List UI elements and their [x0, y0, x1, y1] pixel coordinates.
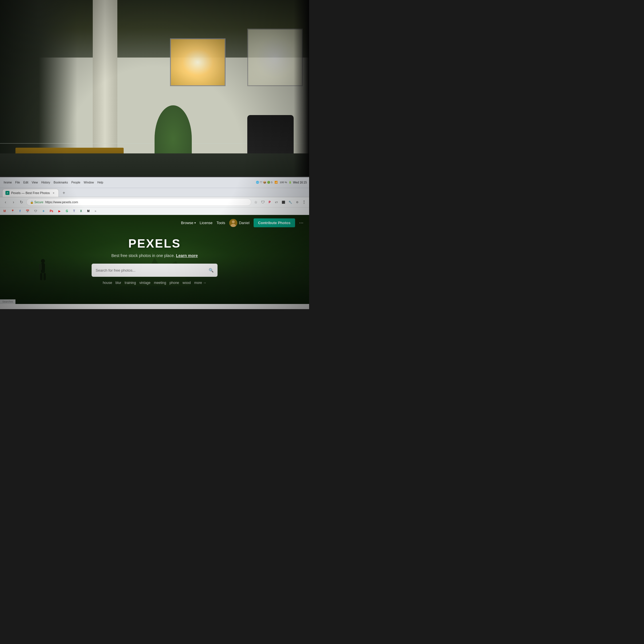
url-display: https://www.pexels.com — [45, 200, 78, 204]
tag-training[interactable]: training — [125, 281, 136, 285]
tag-wood[interactable]: wood — [183, 281, 191, 285]
menu-view[interactable]: View — [30, 180, 39, 185]
extension-icon-1[interactable]: 🏷 — [274, 199, 279, 205]
extension-icon-3[interactable]: 🔧 — [287, 199, 293, 205]
searches-label: Searches — [2, 300, 13, 303]
menu-edit[interactable]: Edit — [22, 180, 29, 185]
search-input[interactable] — [96, 268, 206, 272]
back-button[interactable]: ‹ — [2, 199, 9, 205]
forward-button[interactable]: › — [10, 199, 17, 205]
chrome-tabbar: P Pexels — Best Free Photos × + — [0, 188, 309, 197]
bookmark-youtube[interactable]: ▶ — [57, 209, 62, 213]
bookmark-excel[interactable]: X — [79, 209, 83, 213]
address-right-icons: ☆ 🛡 P 🏷 ⬛ 🔧 ⚙ ⋮ — [253, 199, 307, 205]
zoom-level: 100 % — [280, 181, 287, 184]
tag-blur[interactable]: blur — [116, 281, 121, 285]
user-menu[interactable]: Daniel — [229, 219, 250, 227]
bottom-statusbar: Searches — [0, 299, 15, 304]
system-icons: 🌐 🛡 📦 🟢 S 📶 100 % 🔋 Wed 16:15 — [256, 181, 307, 184]
tag-house[interactable]: house — [103, 281, 112, 285]
pexels-tagline: Best free stock photos in one place. Lea… — [92, 253, 218, 258]
chrome-addressbar: ‹ › ↻ 🔒 Secure https://www.pexels.com ☆ … — [0, 197, 309, 208]
menu-file[interactable]: File — [14, 180, 21, 185]
pexels-website: Browse ▾ License Tools — [0, 215, 309, 304]
license-link[interactable]: License — [200, 221, 213, 225]
address-bar[interactable]: 🔒 Secure https://www.pexels.com — [26, 198, 251, 206]
tag-phone[interactable]: phone — [169, 281, 179, 285]
active-tab[interactable]: P Pexels — Best Free Photos × — [2, 189, 59, 197]
new-tab-button[interactable]: + — [60, 189, 68, 197]
svg-point-1 — [41, 259, 45, 263]
svg-point-7 — [232, 220, 235, 223]
office-window-1 — [170, 38, 226, 86]
pexels-hero: Browse ▾ License Tools — [0, 215, 309, 304]
tag-vintage[interactable]: vintage — [139, 281, 151, 285]
pexels-navbar: Browse ▾ License Tools — [0, 215, 309, 231]
chrome-titlebar: hrome File Edit View History Bookmarks P… — [0, 177, 309, 188]
bookmark-calendar[interactable]: 📅 — [25, 209, 30, 213]
svg-rect-4 — [44, 273, 46, 280]
chrome-menu: hrome File Edit View History Bookmarks P… — [2, 180, 105, 185]
user-avatar — [229, 219, 237, 227]
bookmark-adobe[interactable]: Ps — [49, 209, 54, 213]
refresh-button[interactable]: ↻ — [18, 199, 25, 205]
pexels-nav-right: Browse ▾ License Tools — [181, 218, 303, 227]
bookmark-fb[interactable]: f — [18, 209, 21, 213]
office-column — [93, 0, 117, 163]
menu-chrome[interactable]: hrome — [2, 180, 13, 185]
more-options-button[interactable]: ··· — [299, 220, 303, 226]
search-tags: house blur training vintage meeting phon… — [92, 281, 218, 285]
extensions-more[interactable]: ⚙ — [294, 199, 300, 205]
menu-bookmarks[interactable]: Bookmarks — [52, 180, 69, 185]
secure-indicator: 🔒 Secure — [30, 201, 44, 204]
system-clock: Wed 16:15 — [293, 181, 307, 184]
monitor-screen: hrome File Edit View History Bookmarks P… — [0, 177, 309, 309]
pexels-logo: PEXELS — [92, 237, 218, 250]
bookmark-nordvpn[interactable]: 🛡 — [33, 209, 38, 213]
bookmark-sheets[interactable]: G — [65, 209, 69, 213]
menu-help[interactable]: Help — [96, 180, 105, 185]
bookmark-medium[interactable]: M — [86, 209, 90, 213]
pinterest-icon[interactable]: P — [267, 199, 272, 205]
bookmark-telegram[interactable]: ✈ — [41, 209, 46, 213]
tools-link[interactable]: Tools — [216, 221, 225, 225]
chevron-down-icon: ▾ — [194, 221, 196, 224]
extension-icon-2[interactable]: ⬛ — [280, 199, 286, 205]
bookmark-maps[interactable]: 📍 — [10, 209, 15, 213]
lock-icon: 🔒 — [30, 201, 33, 204]
menu-people[interactable]: People — [70, 180, 82, 185]
bookmark-more[interactable]: » — [94, 209, 98, 213]
monitor-frame: hrome File Edit View History Bookmarks P… — [0, 176, 309, 309]
person-silhouette — [37, 259, 49, 282]
learn-more-link[interactable]: Learn more — [176, 253, 198, 258]
office-background — [0, 0, 309, 192]
bookmarks-bar: M 📍 f 📅 🛡 ✈ Ps — [0, 208, 309, 215]
search-icon: 🔍 — [209, 268, 214, 272]
user-name: Daniel — [239, 221, 250, 225]
tab-favicon: P — [5, 191, 9, 195]
svg-rect-5 — [39, 264, 42, 270]
tag-meeting[interactable]: meeting — [154, 281, 166, 285]
tab-label: Pexels — Best Free Photos — [11, 191, 50, 195]
secure-label: Secure — [34, 201, 44, 204]
svg-rect-3 — [40, 273, 42, 280]
bookmark-teams[interactable]: T — [72, 209, 76, 213]
hero-content: PEXELS Best free stock photos in one pla… — [92, 237, 218, 285]
menu-history[interactable]: History — [40, 180, 52, 185]
bookmark-star-icon[interactable]: ☆ — [253, 199, 259, 205]
shield-icon[interactable]: 🛡 — [260, 199, 266, 205]
chrome-more-button[interactable]: ⋮ — [301, 199, 307, 205]
menu-window[interactable]: Window — [82, 180, 96, 185]
bookmark-gmail[interactable]: M — [2, 209, 7, 213]
tag-more[interactable]: more → — [194, 281, 206, 285]
tab-close-button[interactable]: × — [52, 191, 56, 195]
contribute-photos-button[interactable]: Contribute Photos — [254, 218, 295, 227]
browse-link[interactable]: Browse ▾ — [181, 221, 195, 225]
search-bar[interactable]: 🔍 — [92, 264, 218, 277]
